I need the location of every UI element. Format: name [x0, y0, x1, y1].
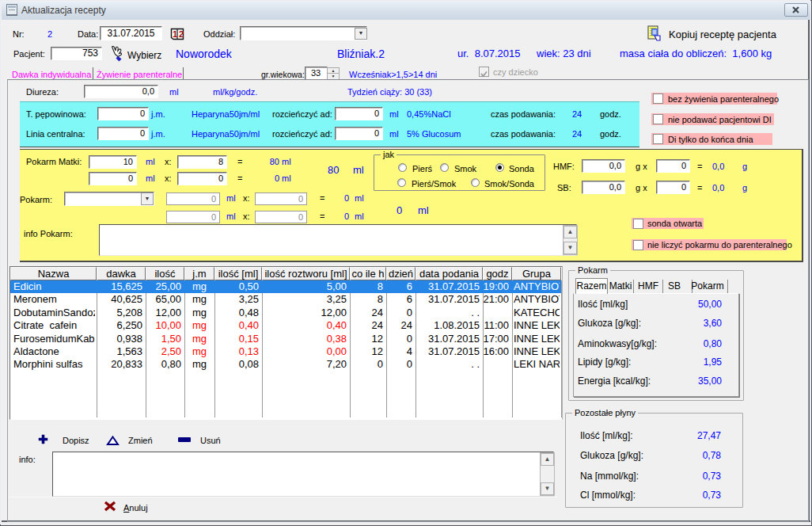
svg-text:2: 2 [179, 29, 184, 39]
svg-text:1: 1 [173, 29, 177, 39]
